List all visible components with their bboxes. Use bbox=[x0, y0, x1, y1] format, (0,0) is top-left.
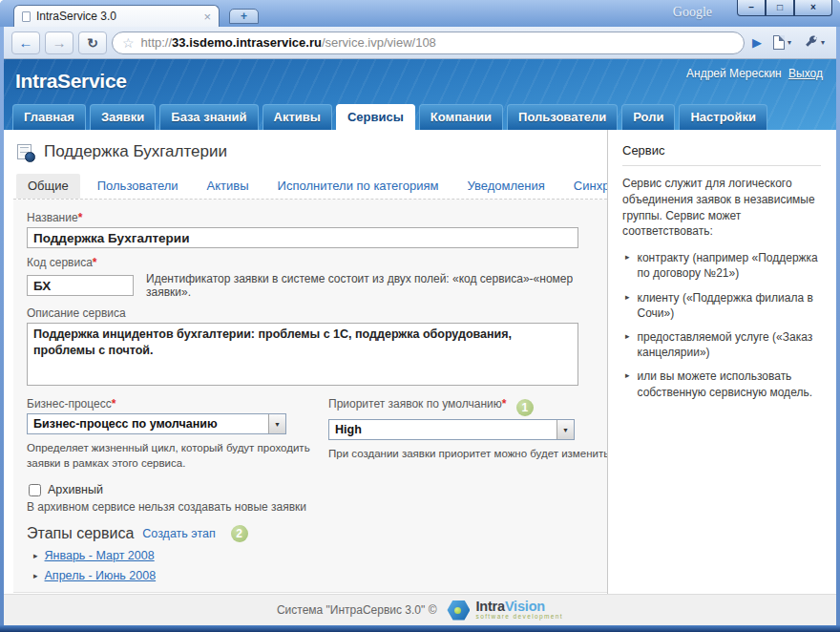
caret-down-icon: ▼ bbox=[274, 421, 281, 428]
chevron-down-icon: ▾ bbox=[788, 38, 791, 47]
intravision-logo[interactable]: IntraVision software development bbox=[447, 600, 563, 621]
go-icon[interactable]: ▶ bbox=[752, 35, 762, 50]
footer-text: Система "ИнтраСервис 3.0" © bbox=[277, 603, 437, 617]
tab-users[interactable]: Пользователи bbox=[86, 174, 190, 199]
tab-title: IntraService 3.0 bbox=[36, 10, 198, 23]
description-label: Описание сервиса bbox=[27, 306, 592, 320]
tab-close-icon[interactable]: × bbox=[203, 11, 211, 23]
triangle-bullet-icon: ▸ bbox=[625, 371, 630, 399]
window-controls: – □ × bbox=[737, 0, 832, 16]
archive-checkbox[interactable] bbox=[29, 484, 41, 496]
business-process-select[interactable]: Бизнес-процесс по умолчанию ▼ bbox=[27, 413, 286, 434]
service-description-textarea[interactable]: Поддержка инцидентов бухгалтерии: пробле… bbox=[27, 323, 578, 386]
window-bottom-frame bbox=[0, 625, 840, 632]
page-title: Поддержка Бухгалтерии bbox=[44, 142, 227, 161]
browser-body: ← → ↻ ☆ http://33.isdemo.intraservice.ru… bbox=[4, 27, 836, 625]
tab-ad-sync[interactable]: Синхронизация AD bbox=[562, 174, 607, 199]
url-text: http://33.isdemo.intraservice.ru/service… bbox=[141, 35, 436, 50]
triangle-bullet-icon[interactable]: ▸ bbox=[33, 572, 38, 580]
site-header: IntraService Андрей Мерескин Выход Главн… bbox=[4, 59, 836, 130]
select-dropdown-button[interactable]: ▼ bbox=[268, 414, 285, 433]
back-button[interactable]: ← bbox=[11, 32, 40, 54]
page-menu-button[interactable]: ▾ bbox=[769, 35, 795, 50]
business-process-value: Бизнес-процесс по умолчанию bbox=[33, 417, 218, 431]
minimize-button[interactable]: – bbox=[737, 0, 766, 16]
process-label: Бизнес-процесс* bbox=[27, 397, 328, 411]
google-label: Google bbox=[673, 5, 712, 20]
sidebar-bullet: ▸ или вы можете использовать собственную… bbox=[625, 369, 821, 399]
nav-tab-companies[interactable]: Компании bbox=[419, 104, 503, 130]
wrench-icon bbox=[804, 33, 818, 52]
url-bar[interactable]: ☆ http://33.isdemo.intraservice.ru/servi… bbox=[112, 32, 745, 54]
sidebar-bullet: ▸ клиенту («Поддержка филиала в Сочи») bbox=[625, 290, 821, 321]
priority-help-text: При создании заявки приоритет можно буде… bbox=[328, 446, 607, 461]
bookmark-star-icon[interactable]: ☆ bbox=[122, 36, 135, 50]
stage-item: ▸ Январь - Март 2008 bbox=[33, 549, 592, 562]
stage-item: ▸ Апрель - Июнь 2008 bbox=[33, 569, 592, 582]
nav-tab-users[interactable]: Пользователи bbox=[507, 104, 618, 130]
logo-tagline: software development bbox=[475, 614, 563, 621]
select-dropdown-button[interactable]: ▼ bbox=[556, 420, 574, 439]
caret-down-icon: ▼ bbox=[562, 427, 569, 433]
url-scheme: http:// bbox=[141, 35, 173, 50]
service-icon bbox=[17, 144, 35, 160]
stages-title: Этапы сервиса bbox=[27, 525, 134, 542]
tab-assets[interactable]: Активы bbox=[196, 174, 261, 199]
tab-assignees-by-category[interactable]: Исполнители по категориям bbox=[266, 174, 451, 199]
reload-button[interactable]: ↻ bbox=[78, 32, 107, 54]
url-host: 33.isdemo.intraservice.ru bbox=[172, 35, 322, 50]
user-name: Андрей Мерескин bbox=[686, 67, 782, 80]
logo-vision: Vision bbox=[505, 599, 545, 614]
forward-button[interactable]: → bbox=[45, 32, 74, 54]
stage-link-jan-mar[interactable]: Январь - Март 2008 bbox=[45, 549, 155, 562]
nav-tab-assets[interactable]: Активы bbox=[262, 104, 332, 130]
intravision-hexagon-icon bbox=[447, 600, 470, 621]
tab-notifications[interactable]: Уведомления bbox=[456, 174, 556, 199]
sidebar-bullet: ▸ контракту (например «Поддержка по дого… bbox=[625, 250, 821, 281]
create-stage-link[interactable]: Создать этап bbox=[142, 527, 215, 540]
nav-tab-services[interactable]: Сервисы bbox=[336, 104, 415, 130]
triangle-bullet-icon[interactable]: ▸ bbox=[33, 552, 38, 560]
maximize-button[interactable]: □ bbox=[766, 0, 794, 16]
nav-tab-knowledge-base[interactable]: База знаний bbox=[159, 104, 258, 130]
intraservice-logo: IntraService bbox=[15, 70, 127, 93]
nav-tab-home[interactable]: Главная bbox=[12, 104, 86, 130]
close-button[interactable]: × bbox=[794, 0, 832, 16]
logo-intra: Intra bbox=[475, 599, 504, 614]
user-box: Андрей Мерескин Выход bbox=[686, 67, 823, 80]
logout-link[interactable]: Выход bbox=[788, 67, 823, 80]
tools-menu-button[interactable]: ▾ bbox=[800, 33, 829, 52]
archive-note: В архивном сервисе нельзя создавать новы… bbox=[27, 500, 592, 514]
service-tabs: Общие Пользователи Активы Исполнители по… bbox=[13, 174, 607, 200]
hint-badge-1: 1 bbox=[516, 399, 534, 416]
nav-tab-tickets[interactable]: Заявки bbox=[90, 104, 156, 130]
triangle-bullet-icon: ▸ bbox=[625, 253, 630, 281]
stage-link-apr-jun[interactable]: Апрель - Июнь 2008 bbox=[45, 569, 157, 582]
code-label: Код сервиса* bbox=[27, 256, 592, 269]
main-nav: Главная Заявки База знаний Активы Сервис… bbox=[12, 104, 767, 130]
browser-tab[interactable]: IntraService 3.0 × bbox=[13, 5, 220, 27]
code-help-text: Идентификатор заявки в системе состоит и… bbox=[146, 272, 592, 299]
priority-select[interactable]: High ▼ bbox=[328, 419, 575, 440]
chevron-down-icon: ▾ bbox=[821, 38, 825, 47]
priority-value: High bbox=[335, 423, 362, 436]
page-title-row: Поддержка Бухгалтерии bbox=[17, 142, 607, 161]
name-label: Название* bbox=[27, 211, 592, 224]
sidebar-bullet: ▸ предоставляемой услуге («Заказ канцеля… bbox=[625, 329, 821, 360]
nav-tab-settings[interactable]: Настройки bbox=[679, 104, 767, 130]
service-form: Название* Код сервиса* Идентификатор зая… bbox=[13, 200, 607, 593]
site-footer: Система "ИнтраСервис 3.0" © IntraVision … bbox=[4, 594, 836, 625]
triangle-bullet-icon: ▸ bbox=[625, 293, 630, 321]
priority-label: Приоритет заявок по умолчанию* 1 bbox=[328, 397, 607, 416]
service-name-input[interactable] bbox=[27, 227, 578, 248]
help-sidebar: Сервис Сервис служит для логического объ… bbox=[607, 130, 836, 594]
service-code-input[interactable] bbox=[27, 275, 134, 296]
triangle-bullet-icon: ▸ bbox=[625, 332, 630, 360]
tab-favicon-icon bbox=[22, 11, 31, 22]
browser-titlebar: IntraService 3.0 × + Google – □ × bbox=[0, 0, 840, 27]
url-path: /service.ivp/view/108 bbox=[322, 35, 436, 50]
new-tab-button[interactable]: + bbox=[229, 9, 259, 24]
intraservice-page: IntraService Андрей Мерескин Выход Главн… bbox=[4, 59, 836, 625]
nav-tab-roles[interactable]: Роли bbox=[621, 104, 675, 130]
tab-general[interactable]: Общие bbox=[16, 174, 80, 199]
